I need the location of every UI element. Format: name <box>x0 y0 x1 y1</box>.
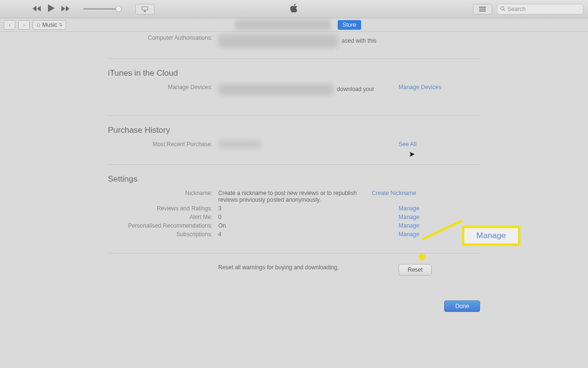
rec-label: Personalised Recommendations: <box>108 222 218 229</box>
rec-value: On <box>218 222 399 229</box>
svg-rect-0 <box>142 7 148 10</box>
volume-slider[interactable] <box>83 8 122 10</box>
svg-rect-2 <box>479 9 486 10</box>
callout-box: Manage <box>462 226 520 246</box>
rec-manage-link[interactable]: Manage <box>399 222 419 229</box>
search-icon <box>500 6 506 12</box>
svg-line-5 <box>504 10 505 11</box>
music-note-icon: ♫ <box>36 22 40 28</box>
search-input[interactable]: Search <box>497 4 583 14</box>
reviews-value: 3 <box>218 205 399 212</box>
toolbar: Search <box>0 0 588 18</box>
search-placeholder: Search <box>507 6 526 12</box>
reviews-label: Reviews and Ratings: <box>108 205 218 212</box>
nickname-value: Create a nickname to post new reviews or… <box>218 190 372 203</box>
settings-section-title: Settings <box>108 174 480 184</box>
previous-icon[interactable] <box>33 5 41 13</box>
reset-button[interactable]: Reset <box>399 264 432 276</box>
account-content: Computer Authorisations: ased with this … <box>108 34 480 312</box>
devices-value: download your <box>218 84 399 95</box>
subs-value: 4 <box>218 231 399 238</box>
nickname-label: Nickname: <box>108 190 218 203</box>
auth-label: Computer Authorisations: <box>108 34 218 48</box>
chevron-updown-icon: ⇅ <box>59 23 63 27</box>
create-nickname-link[interactable]: Create Nickname <box>372 190 416 196</box>
play-icon[interactable] <box>48 4 55 14</box>
svg-rect-3 <box>479 11 486 12</box>
store-tab[interactable]: Store <box>338 20 361 30</box>
media-picker[interactable]: ♫ Music ⇅ <box>33 20 66 30</box>
auth-value: ased with this <box>218 34 399 48</box>
list-view-button[interactable] <box>473 4 492 14</box>
reset-text: Reset all warnings for buying and downlo… <box>218 264 399 276</box>
purchase-section-title: Purchase History <box>108 126 480 135</box>
devices-label: Manage Devices: <box>108 84 218 95</box>
callout-dot <box>419 253 425 260</box>
alert-label: Alert Me: <box>108 214 218 220</box>
alert-value: 0 <box>218 214 399 220</box>
forward-button[interactable]: › <box>18 20 30 30</box>
svg-point-4 <box>501 7 504 10</box>
manage-devices-link[interactable]: Manage Devices <box>399 84 441 91</box>
recent-purchase-value <box>218 141 399 149</box>
next-icon[interactable] <box>61 5 70 13</box>
tabs-blurred <box>235 20 331 30</box>
alert-manage-link[interactable]: Manage <box>399 214 419 220</box>
apple-logo-icon <box>290 4 298 14</box>
airplay-button[interactable] <box>135 4 154 14</box>
media-picker-label: Music <box>42 22 57 28</box>
subs-manage-link[interactable]: Manage <box>399 231 419 238</box>
reviews-manage-link[interactable]: Manage <box>399 205 419 212</box>
see-all-link[interactable]: See All <box>399 141 416 148</box>
svg-rect-1 <box>479 7 486 8</box>
volume-knob[interactable] <box>116 6 122 12</box>
done-button[interactable]: Done <box>444 300 480 312</box>
recent-purchase-label: Most Recent Purchase: <box>108 141 218 149</box>
callout-label: Manage <box>476 231 506 241</box>
cloud-section-title: iTunes in the Cloud <box>108 69 480 78</box>
subs-label: Subscriptions: <box>108 231 218 238</box>
back-button[interactable]: ‹ <box>4 20 15 30</box>
